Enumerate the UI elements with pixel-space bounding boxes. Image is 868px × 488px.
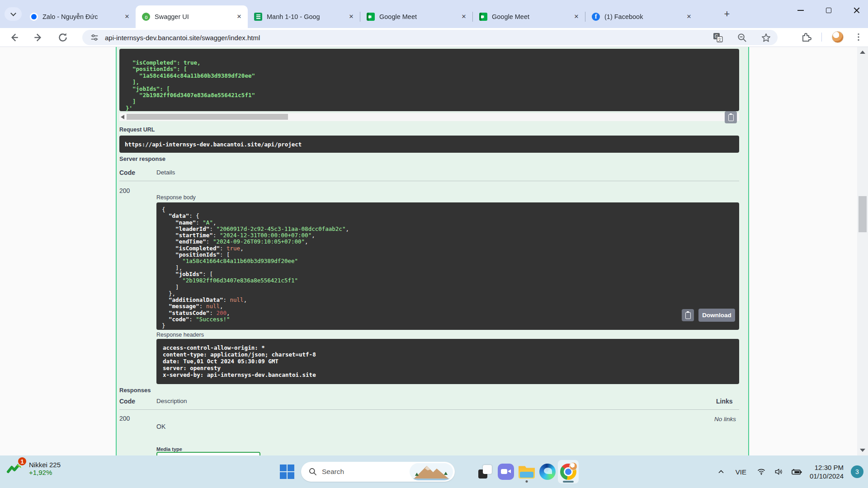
copy-curl-button[interactable]: [725, 111, 737, 123]
tab-close-icon[interactable]: ✕: [460, 13, 468, 21]
scroll-down-arrow-icon[interactable]: [860, 449, 865, 452]
chat-button[interactable]: [495, 460, 516, 483]
tab-title: Manh 1-10 - Goog: [267, 13, 344, 20]
browser-tab[interactable]: Zalo - Nguyễn Đức✕: [24, 5, 136, 28]
details-header: Details: [156, 169, 175, 176]
back-button[interactable]: [8, 32, 20, 43]
file-explorer-button[interactable]: [516, 460, 537, 483]
task-view-icon: [478, 465, 492, 479]
maximize-button[interactable]: [824, 5, 834, 15]
window-controls: [796, 5, 862, 15]
reload-button[interactable]: [57, 32, 69, 43]
new-tab-button[interactable]: +: [721, 8, 733, 21]
browser-toolbar: api-internsys-dev.bancantoi.site/swagger…: [0, 28, 868, 47]
tab-close-icon[interactable]: ✕: [123, 13, 131, 21]
meet-favicon: [367, 13, 375, 21]
server-response-label: Server response: [119, 155, 165, 162]
language-indicator[interactable]: VIE: [733, 466, 749, 478]
browser-tab-strip: Zalo - Nguyễn Đức✕Swagger UI✕Manh 1-10 -…: [0, 0, 868, 28]
profile-avatar[interactable]: [832, 31, 844, 43]
menu-dots-icon[interactable]: [854, 32, 863, 42]
edge-icon: [539, 464, 556, 480]
browser-tab[interactable]: (1) Facebook✕: [585, 5, 698, 28]
status-code-value: 200: [119, 187, 130, 194]
active-indicator: [563, 481, 574, 483]
responses-description-header: Description: [156, 398, 187, 404]
table-rule: [119, 181, 739, 181]
running-indicator: [526, 480, 528, 483]
copy-response-button[interactable]: [682, 309, 694, 321]
tab-close-icon[interactable]: ✕: [347, 13, 355, 21]
scroll-left-arrow-icon[interactable]: [121, 115, 124, 119]
chrome-profile-avatar: [569, 462, 577, 470]
clock[interactable]: 12:30 PM 01/10/2024: [810, 463, 844, 480]
translate-icon[interactable]: G 文: [712, 32, 723, 43]
chrome-button[interactable]: [558, 460, 579, 483]
tab-close-icon[interactable]: ✕: [572, 13, 580, 21]
notification-count-badge[interactable]: 3: [851, 465, 863, 478]
tab-title: Google Meet: [379, 13, 457, 20]
tray-chevron-up-icon[interactable]: [717, 467, 726, 476]
bookmark-star-icon[interactable]: [761, 33, 771, 43]
responses-code-header: Code: [119, 398, 135, 405]
battery-charging-icon[interactable]: [791, 467, 802, 476]
browser-tab[interactable]: Google Meet✕: [360, 5, 472, 28]
tab-close-icon[interactable]: ✕: [235, 13, 243, 21]
extensions-icon[interactable]: [801, 32, 811, 42]
zalo-favicon: [30, 13, 38, 21]
edge-button[interactable]: [537, 460, 558, 483]
response-body-block: { "data": { "name": "A", "leaderId": "20…: [156, 202, 739, 330]
horizontal-scrollbar-thumb[interactable]: [127, 114, 288, 120]
zoom-icon[interactable]: [737, 33, 747, 43]
chrome-icon: [560, 464, 576, 480]
curl-request-body-block: "isCompleted": true, "positionIds": [ "1…: [119, 49, 739, 111]
sheets-favicon: [254, 13, 262, 21]
time-text: 12:30 PM: [810, 463, 844, 472]
response-body-label: Response body: [156, 194, 196, 201]
browser-tab[interactable]: Google Meet✕: [473, 5, 585, 28]
swagger-operation-block: "isCompleted": true, "positionIds": [ "1…: [116, 47, 749, 455]
url-bar[interactable]: api-internsys-dev.bancantoi.site/swagger…: [82, 30, 778, 45]
folder-icon: [519, 465, 535, 479]
tab-title: (1) Facebook: [604, 13, 682, 20]
vertical-scrollbar-thumb[interactable]: [859, 196, 867, 232]
scroll-up-arrow-icon[interactable]: [860, 51, 865, 54]
responses-label: Responses: [119, 387, 151, 394]
forward-button[interactable]: [33, 32, 44, 43]
widget-badge: 1: [17, 456, 27, 466]
taskbar-search[interactable]: Search: [301, 462, 455, 482]
swagger-page: "isCompleted": true, "positionIds": [ "1…: [0, 47, 857, 455]
minimize-button[interactable]: [796, 5, 806, 15]
volume-icon[interactable]: [774, 467, 783, 476]
horizontal-scrollbar[interactable]: [119, 113, 739, 121]
search-highlight-image[interactable]: [410, 463, 453, 480]
date-text: 01/10/2024: [810, 472, 844, 480]
browser-tab[interactable]: Swagger UI✕: [136, 5, 248, 28]
request-url-block: https://api-internsys-dev.bancantoi.site…: [119, 136, 739, 153]
tab-title: Google Meet: [492, 13, 570, 20]
widget-change: +1,92%: [29, 469, 61, 476]
site-settings-icon[interactable]: [90, 33, 99, 42]
weather-widget[interactable]: 1 Nikkei 225 +1,92%: [6, 460, 61, 477]
tab-search-button[interactable]: [5, 7, 22, 21]
response-row-code: 200: [119, 415, 130, 422]
response-headers-block: access-control-allow-origin: *content-ty…: [156, 339, 739, 384]
close-window-button[interactable]: [852, 5, 862, 15]
widget-title: Nikkei 225: [29, 461, 61, 469]
tab-close-icon[interactable]: ✕: [685, 13, 693, 21]
chevron-down-icon: [10, 10, 16, 16]
tab-title: Swagger UI: [155, 13, 232, 20]
url-text[interactable]: api-internsys-dev.bancantoi.site/swagger…: [105, 34, 260, 42]
tab-title: Zalo - Nguyễn Đức: [42, 13, 120, 20]
task-view-button[interactable]: [475, 460, 495, 483]
media-type-select[interactable]: [156, 452, 260, 455]
vertical-scrollbar[interactable]: [857, 47, 868, 455]
windows-taskbar: 1 Nikkei 225 +1,92% Search: [0, 455, 868, 488]
browser-tab[interactable]: Manh 1-10 - Goog✕: [248, 5, 360, 28]
swagger-favicon: [142, 13, 150, 21]
start-button[interactable]: [277, 460, 297, 483]
response-row-links: No links: [714, 416, 736, 422]
request-url-value: https://api-internsys-dev.bancantoi.site…: [125, 141, 302, 148]
wifi-icon[interactable]: [756, 467, 766, 476]
download-button[interactable]: Download: [698, 309, 735, 322]
